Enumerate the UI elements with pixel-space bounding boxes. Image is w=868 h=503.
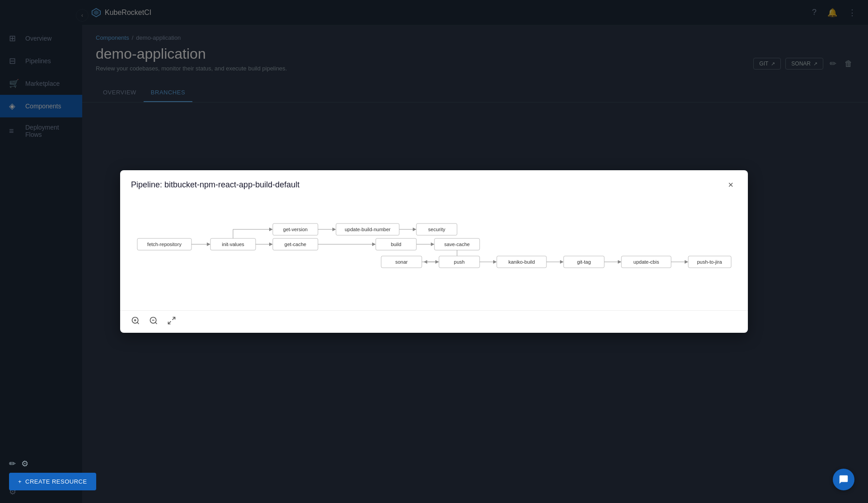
svg-line-64 (155, 322, 157, 324)
svg-marker-56 (685, 260, 688, 264)
svg-marker-22 (413, 228, 416, 231)
modal-header: Pipeline: bitbucket-npm-react-app-build-… (120, 170, 748, 196)
edit-tool-icon[interactable]: ✏ (9, 459, 16, 469)
zoom-in-button[interactable] (129, 314, 142, 329)
svg-text:fetch-repository: fetch-repository (147, 242, 182, 247)
svg-text:push: push (454, 259, 465, 265)
svg-text:update-build-number: update-build-number (345, 227, 391, 232)
chat-fab-button[interactable] (833, 469, 854, 490)
svg-text:kaniko-build: kaniko-build (509, 259, 535, 265)
fit-screen-button[interactable] (165, 314, 178, 329)
modal-close-button[interactable]: × (724, 178, 737, 191)
svg-marker-48 (560, 260, 564, 264)
pipeline-diagram: fetch-repository init-values get-version (129, 199, 734, 307)
svg-text:build: build (391, 242, 401, 247)
svg-line-60 (137, 322, 139, 324)
svg-marker-31 (431, 242, 434, 246)
modal-body: fetch-repository init-values get-version (120, 196, 748, 310)
svg-line-66 (173, 317, 175, 320)
settings-tool-icon[interactable]: ⚙ (21, 459, 28, 469)
bottom-tools: ✏ ⚙ (9, 459, 28, 469)
svg-marker-18 (332, 228, 336, 231)
svg-text:security: security (428, 227, 445, 232)
modal-overlay[interactable]: Pipeline: bitbucket-npm-react-app-build-… (0, 0, 868, 503)
zoom-out-button[interactable] (147, 314, 160, 329)
chat-icon (839, 475, 849, 484)
svg-marker-10 (269, 228, 273, 231)
svg-text:init-values: init-values (222, 242, 244, 247)
svg-marker-27 (372, 242, 376, 246)
svg-line-67 (168, 321, 171, 324)
svg-marker-40 (435, 260, 439, 264)
plus-icon: + (18, 478, 22, 485)
svg-text:save-cache: save-cache (444, 242, 470, 247)
svg-text:get-version: get-version (283, 227, 308, 232)
pipeline-modal: Pipeline: bitbucket-npm-react-app-build-… (120, 170, 748, 333)
modal-footer (120, 310, 748, 333)
svg-text:git-tag: git-tag (577, 259, 591, 265)
svg-marker-44 (493, 260, 497, 264)
svg-marker-52 (618, 260, 621, 264)
create-resource-button[interactable]: + CREATE RESOURCE (9, 473, 96, 490)
svg-marker-14 (269, 242, 273, 246)
svg-text:update-cbis: update-cbis (634, 259, 659, 265)
svg-marker-5 (207, 242, 210, 246)
svg-text:sonar: sonar (395, 259, 408, 265)
svg-text:push-to-jira: push-to-jira (697, 259, 722, 265)
modal-title: Pipeline: bitbucket-npm-react-app-build-… (131, 180, 299, 190)
svg-text:get-cache: get-cache (285, 242, 306, 247)
